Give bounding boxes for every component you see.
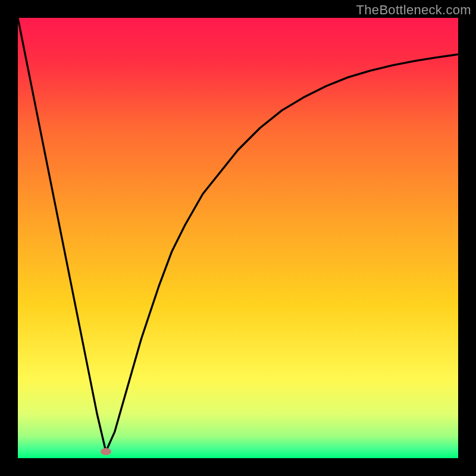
optimum-marker: [101, 448, 111, 455]
watermark-text: TheBottleneck.com: [356, 2, 471, 18]
gradient-bg: [18, 18, 458, 458]
chart-svg: [18, 18, 458, 458]
chart-frame: TheBottleneck.com: [0, 0, 476, 476]
plot-area: [18, 18, 458, 458]
